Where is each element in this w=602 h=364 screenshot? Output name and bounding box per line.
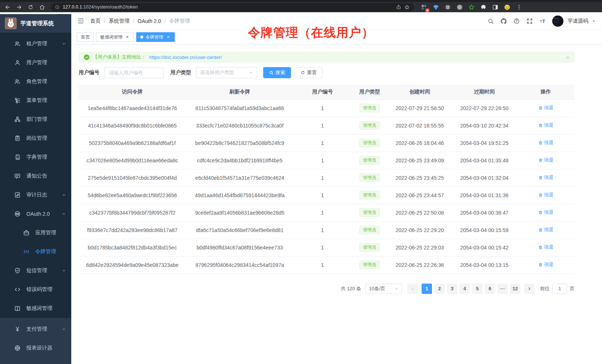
page-button-4[interactable]: 4 [459,284,470,294]
help-icon[interactable] [513,18,520,24]
total-count: 共 120 条 [341,285,361,292]
address-bar[interactable]: 127.0.0.1:1024/system/oauth2/token [50,3,414,11]
user-type-select-placeholder: 请选择用户类型 [200,69,234,76]
reset-button[interactable]: 重置 [295,67,323,78]
page-size-select[interactable]: 10条/页 [366,284,402,294]
browser-forward-icon[interactable] [16,4,22,10]
goto-page-input[interactable] [552,284,567,294]
fullscreen-icon[interactable] [526,18,533,24]
tab-close-icon[interactable]: × [125,34,130,40]
bookmark-star-icon[interactable] [404,4,410,10]
breadcrumb-item[interactable]: 系统管理 [109,18,130,24]
puzzle-extensions-icon[interactable] [480,4,487,10]
tab-首页[interactable]: 首页 [77,32,94,42]
created-time-cell: 2022-07-02 18:55:55 [388,117,452,134]
sidebar-item-dept[interactable]: 部门管理 [0,110,71,129]
tag-manager-extension-icon[interactable]: 9 [421,4,427,10]
user-type-badge: 管理员 [359,243,380,252]
force-logout-button[interactable]: 强退 [538,192,554,198]
sidebar-item-oauth2-app[interactable]: 应用管理 [0,223,71,242]
more-pages-button[interactable]: ··· [497,284,508,294]
alert-doc-link[interactable]: https://doc.iocoder.cn/user-center/ [149,54,222,60]
sidebar-item-audit-log[interactable]: 审计日志 [0,185,71,204]
tab-敏感词管理[interactable]: 敏感词管理× [96,32,134,42]
site-info-icon[interactable] [55,5,60,10]
sidebar-toggle-icon[interactable] [77,17,84,24]
force-logout-button[interactable]: 强退 [538,139,554,146]
chevron-down-icon [249,70,253,75]
sidebar-item-report[interactable]: 报表设计器 [0,338,71,357]
app-logo[interactable]: 芋道管理系统 [0,14,71,33]
sidebar-item-menu[interactable]: 菜单管理 [0,91,71,110]
alert-close-icon[interactable]: × [566,54,569,60]
goto-page: 前往 页 [540,284,575,294]
page-button-3[interactable]: 3 [447,284,457,294]
sidebar-item-pay[interactable]: 支付管理 [0,320,71,338]
user-id-cell: 1 [294,256,351,274]
browser-reload-icon[interactable] [27,4,34,10]
split-view-extension-icon[interactable] [492,4,498,10]
sidebar-item-error-code[interactable]: 错误码管理 [0,280,71,299]
action-cell: 强退 [517,186,575,204]
force-logout-button[interactable]: 强退 [538,105,554,111]
force-logout-button[interactable]: 强退 [538,209,554,216]
sidebar-item-role[interactable]: 角色管理 [0,72,71,91]
github-icon[interactable] [500,18,507,24]
sidebar-item-user[interactable]: 用户管理 [0,53,71,72]
prev-page-button[interactable] [408,284,418,294]
table-row: f9336e7c7dd242a283ee98dc86b17a87dfa6c71a… [79,221,575,239]
user-type-badge: 管理员 [359,139,380,147]
force-logout-button[interactable]: 强退 [538,157,554,163]
username[interactable]: 芋道源码 [567,18,588,24]
browser-back-icon[interactable] [4,4,11,10]
sidebar-item-dict[interactable]: 字典管理 [0,148,71,166]
page-button-1[interactable]: 1 [422,284,432,294]
tab-close-icon[interactable]: × [166,34,171,40]
tab-label: 敏感词管理 [100,34,122,40]
sidebar-item-label: 敏感词管理 [26,305,66,312]
sidebar-item-notice[interactable]: 通知公告 [0,166,71,185]
gem-extension-icon[interactable] [433,4,439,10]
caret-down-icon[interactable] [592,19,596,23]
emoji-profile-icon[interactable] [504,4,510,10]
star-extension-icon[interactable] [468,4,475,10]
sidebar-item-sensitive-word[interactable]: 敏感词管理 [0,299,71,318]
tab-令牌管理[interactable]: 令牌管理× [136,32,175,42]
breadcrumb-item[interactable]: 首页 [90,18,101,24]
search-icon[interactable] [487,18,494,24]
record-extension-icon[interactable] [457,4,463,10]
page-button-2[interactable]: 2 [434,284,445,294]
action-cell: 强退 [517,99,575,117]
breadcrumb-item[interactable]: OAuth 2.0 [138,18,161,24]
sidebar-item-sms[interactable]: 短信管理 [0,261,71,280]
page-button-12[interactable]: 12 [510,284,520,294]
user-type-badge: 管理员 [359,226,380,234]
force-logout-button[interactable]: 强退 [538,122,554,129]
sidebar-item-tenant[interactable]: 租户管理 [0,34,71,53]
force-logout-button[interactable]: 强退 [538,244,554,251]
sidebar-item-post[interactable]: 岗位管理 [0,129,71,148]
expire-time-cell: 2054-03-04 01:31:36 [452,186,517,204]
page-button-6[interactable]: 6 [485,284,495,294]
force-logout-button[interactable]: 强退 [538,261,554,268]
avatar[interactable] [552,16,563,27]
command-extension-icon[interactable] [445,4,451,10]
trash-icon [538,106,543,110]
font-size-icon[interactable]: TT [539,18,546,24]
force-logout-button[interactable]: 强退 [538,174,554,181]
force-logout-label: 强退 [544,209,554,216]
user-id-input[interactable] [104,67,164,78]
user-type-select[interactable]: 请选择用户类型 [196,67,257,78]
sidebar-item-label: 错误码管理 [26,286,66,293]
created-time-cell: 2022-06-25 22:29:20 [388,221,452,239]
sidebar-item-oauth2-token[interactable]: A令牌管理 [0,242,71,261]
page-button-5[interactable]: 5 [472,284,482,294]
browser-home-icon[interactable] [39,4,45,10]
next-page-button[interactable] [524,284,534,294]
force-logout-button[interactable]: 强退 [538,226,554,233]
sidebar-item-oauth2[interactable]: OAuth 2.0 [0,204,71,223]
share-icon[interactable] [396,4,401,10]
browser-menu-icon[interactable] [516,4,522,10]
created-time-cell: 2022-06-25 22:50:08 [388,204,452,221]
search-button[interactable]: 搜索 [263,67,291,78]
